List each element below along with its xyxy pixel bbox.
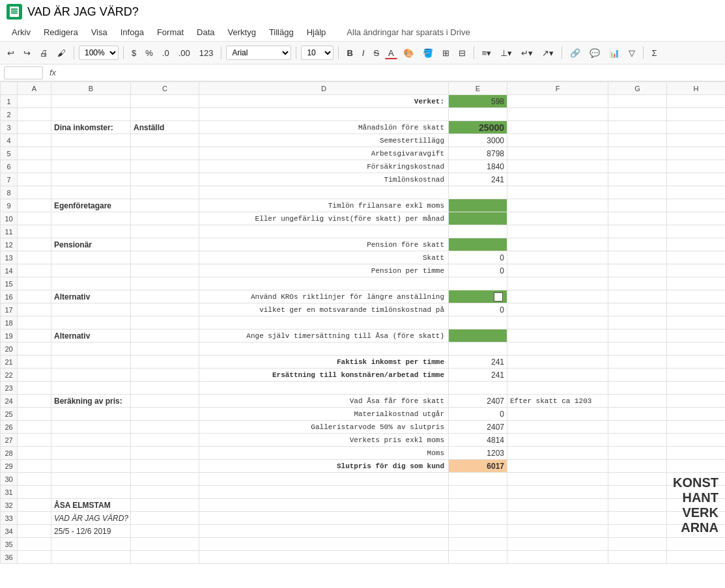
- cell-b9[interactable]: Egenföretagare: [51, 199, 131, 212]
- cell-f35[interactable]: [507, 538, 608, 551]
- table-row[interactable]: 22Ersättning till konstnären/arbetad tim…: [1, 369, 726, 382]
- cell-f20[interactable]: [507, 343, 608, 356]
- cell-a9[interactable]: [18, 199, 51, 212]
- cell-e30[interactable]: [449, 473, 507, 486]
- cell-d24[interactable]: Vad Åsa får före skatt: [199, 395, 449, 408]
- cell-g11[interactable]: [608, 225, 667, 238]
- cell-d34[interactable]: [199, 525, 449, 538]
- cell-e25[interactable]: 0: [449, 408, 507, 421]
- cell-a31[interactable]: [18, 486, 51, 499]
- menu-tillagg[interactable]: Tillägg: [264, 25, 299, 40]
- cell-b7[interactable]: [51, 173, 131, 186]
- cell-e26[interactable]: 2407: [449, 421, 507, 434]
- cell-c33[interactable]: [131, 512, 199, 525]
- cell-g33[interactable]: [608, 512, 667, 525]
- cell-e14[interactable]: 0: [449, 264, 507, 277]
- cell-c6[interactable]: [131, 160, 199, 173]
- table-row[interactable]: 8: [1, 186, 726, 199]
- cell-a34[interactable]: [18, 525, 51, 538]
- cell-d20[interactable]: [199, 343, 449, 356]
- cell-d18[interactable]: [199, 316, 449, 329]
- cell-b14[interactable]: [51, 264, 131, 277]
- table-row[interactable]: 27Verkets pris exkl moms4814: [1, 434, 726, 447]
- cell-h11[interactable]: [667, 225, 726, 238]
- cell-a19[interactable]: [18, 329, 51, 343]
- table-row[interactable]: 2: [1, 108, 726, 121]
- cell-g9[interactable]: [608, 199, 667, 212]
- cell-b4[interactable]: [51, 134, 131, 147]
- cell-g34[interactable]: [608, 525, 667, 538]
- cell-d21[interactable]: Faktisk inkomst per timme: [199, 356, 449, 369]
- cell-h2[interactable]: [667, 108, 726, 121]
- strikethrough-button[interactable]: S: [370, 47, 382, 59]
- fontsize-select[interactable]: 10: [301, 46, 334, 60]
- cell-d3[interactable]: Månadslön före skatt: [199, 121, 449, 134]
- cell-h19[interactable]: [667, 329, 726, 343]
- cell-f15[interactable]: [507, 277, 608, 290]
- cell-a17[interactable]: [18, 303, 51, 316]
- cell-b1[interactable]: [51, 95, 131, 108]
- table-row[interactable]: 31: [1, 486, 726, 499]
- cell-c3[interactable]: Anställd: [131, 121, 199, 134]
- col-header-d[interactable]: D: [199, 82, 449, 95]
- cell-e22[interactable]: 241: [449, 369, 507, 382]
- cell-b2[interactable]: [51, 108, 131, 121]
- cell-a22[interactable]: [18, 369, 51, 382]
- cell-f10[interactable]: [507, 212, 608, 225]
- cell-b33[interactable]: VAD ÄR JAG VÄRD?: [51, 512, 131, 525]
- menu-hjalp[interactable]: Hjälp: [302, 25, 332, 40]
- cell-h14[interactable]: [667, 264, 726, 277]
- cell-f22[interactable]: [507, 369, 608, 382]
- cell-c34[interactable]: [131, 525, 199, 538]
- col-header-f[interactable]: F: [507, 82, 608, 95]
- fill-color-button[interactable]: 🪣: [419, 47, 436, 59]
- table-row[interactable]: 9EgenföretagareTimlön frilansare exkl mo…: [1, 199, 726, 212]
- cell-b19[interactable]: Alternativ: [51, 329, 131, 343]
- cell-b17[interactable]: [51, 303, 131, 316]
- cell-c14[interactable]: [131, 264, 199, 277]
- menu-arkiv[interactable]: Arkiv: [7, 25, 36, 40]
- cell-g28[interactable]: [608, 447, 667, 460]
- cell-a23[interactable]: [18, 382, 51, 395]
- cell-e9[interactable]: [449, 199, 507, 212]
- cell-f11[interactable]: [507, 225, 608, 238]
- cell-d17[interactable]: vilket ger en motsvarande timlönskostnad…: [199, 303, 449, 316]
- cell-g36[interactable]: [608, 551, 667, 564]
- cell-g17[interactable]: [608, 303, 667, 316]
- cell-e33[interactable]: [449, 512, 507, 525]
- cell-c10[interactable]: [131, 212, 199, 225]
- cell-f6[interactable]: [507, 160, 608, 173]
- cell-a1[interactable]: [18, 95, 51, 108]
- percent-button[interactable]: %: [142, 47, 156, 59]
- table-row[interactable]: 32ÅSA ELMSTAM: [1, 499, 726, 512]
- cell-a14[interactable]: [18, 264, 51, 277]
- cell-g26[interactable]: [608, 421, 667, 434]
- decimal-more-button[interactable]: .00: [175, 47, 193, 59]
- cell-e32[interactable]: [449, 499, 507, 512]
- cell-e5[interactable]: 8798: [449, 147, 507, 160]
- cell-f25[interactable]: [507, 408, 608, 421]
- cell-h28[interactable]: [667, 447, 726, 460]
- table-row[interactable]: 23: [1, 382, 726, 395]
- cell-e36[interactable]: [449, 551, 507, 564]
- cell-d31[interactable]: [199, 486, 449, 499]
- cell-f28[interactable]: [507, 447, 608, 460]
- cell-f2[interactable]: [507, 108, 608, 121]
- cell-d1[interactable]: Verket:: [199, 95, 449, 108]
- cell-e24[interactable]: 2407: [449, 395, 507, 408]
- cell-b6[interactable]: [51, 160, 131, 173]
- cell-c36[interactable]: [131, 551, 199, 564]
- cell-b35[interactable]: [51, 538, 131, 551]
- zoom-select[interactable]: 100%: [79, 46, 119, 60]
- cell-c9[interactable]: [131, 199, 199, 212]
- cell-e28[interactable]: 1203: [449, 447, 507, 460]
- cell-b3[interactable]: Dina inkomster:: [51, 121, 131, 134]
- cell-a3[interactable]: [18, 121, 51, 134]
- text-color-button[interactable]: 🎨: [400, 47, 417, 59]
- cell-c12[interactable]: [131, 238, 199, 251]
- table-row[interactable]: 11: [1, 225, 726, 238]
- cell-g5[interactable]: [608, 147, 667, 160]
- cell-f24[interactable]: Efter skatt ca 1203: [507, 395, 608, 408]
- cell-g12[interactable]: [608, 238, 667, 251]
- cell-a13[interactable]: [18, 251, 51, 264]
